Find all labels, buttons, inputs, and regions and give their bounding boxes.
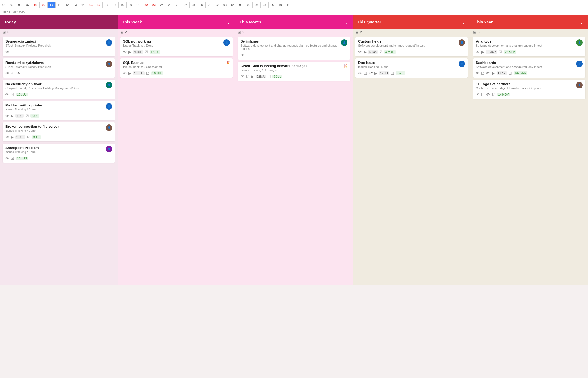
play-icon-3[interactable]: ▶ (128, 50, 131, 54)
today-count-icon: ▣ (3, 30, 6, 34)
card-sql-backup[interactable]: SQL Backup Issues Tracking / Unassigned … (120, 58, 233, 78)
quarter-count-row: ▣ 2 (353, 29, 470, 34)
eye-icon-4[interactable]: 👁 (5, 114, 9, 118)
card-cisco[interactable]: Cisco 1460 is lossing network packages I… (238, 62, 350, 81)
column-today-menu[interactable]: ⋮ (108, 19, 113, 25)
card-segregacja[interactable]: Segregacja zmieci STech Strategy Project… (3, 37, 115, 56)
timeline-tick-26: 26 (174, 2, 182, 8)
column-quarter: This Quarter ⋮ ▣ 2 Custom fields Softwar… (353, 15, 470, 285)
dashboards-date1: 16 AP (497, 71, 507, 75)
timeline-tick-07: 07 (24, 2, 32, 8)
card-sql-not-working[interactable]: SQL not working Issues Tracking / Done 👤… (120, 37, 233, 56)
timeline-tick-02: 02 (213, 2, 221, 8)
card-doc-issue[interactable]: Doc Issue Issues Tracking / Done 👤 👁 ☑ 2… (355, 58, 468, 78)
eye-icon-7[interactable]: 👁 (123, 50, 127, 54)
check-icon-16[interactable]: ☑ (481, 92, 485, 97)
card-dashboards[interactable]: Dashboards Software development and chan… (473, 58, 585, 78)
card-sharepoint-avatar: 👤 (106, 146, 112, 152)
eye-icon-10[interactable]: 👁 (241, 74, 244, 79)
week-count-row: ▣ 2 (118, 29, 235, 34)
card-sql-subtitle: Issues Tracking / Done (123, 44, 153, 47)
eye-icon-8[interactable]: 👁 (123, 71, 127, 75)
timeline-tick-17: 17 (102, 2, 110, 8)
card-printer-subtitle: Issues Tracking / Done (5, 108, 42, 111)
check-icon-15[interactable]: ☑ (508, 71, 512, 75)
timeline-tick-05: 05 (8, 2, 16, 8)
check-icon-6[interactable]: ☑ (145, 50, 148, 54)
check-icon-13[interactable]: ☑ (499, 50, 502, 54)
customfields-date1: 6 Jan (368, 50, 378, 54)
check-icon-2[interactable]: ☑ (11, 92, 14, 97)
play-icon-4[interactable]: ▶ (128, 71, 131, 75)
check-icon-10[interactable]: ☑ (379, 50, 383, 54)
card-swimlanes-actions: 👁 (241, 53, 347, 57)
check-icon-3[interactable]: ☑ (25, 114, 29, 118)
play-icon-5[interactable]: ▶ (251, 74, 254, 79)
column-week-menu[interactable]: ⋮ (226, 19, 231, 25)
play-icon-9[interactable]: ▶ (492, 71, 495, 75)
column-quarter-menu[interactable]: ⋮ (461, 19, 466, 25)
card-sharepoint[interactable]: Sharepoint Problem Issues Tracking / Don… (3, 144, 115, 163)
card-fileserver[interactable]: Broken connection to file server Issues … (3, 122, 115, 141)
column-week-header: This Week ⋮ (118, 15, 235, 29)
printer-date1: 4 JU (15, 114, 24, 118)
card-runda-subtitle: STech Strategy Project / Produkcja (5, 65, 51, 68)
timeline-tick-08: 08 (260, 2, 268, 8)
eye-icon-12[interactable]: 👁 (358, 71, 362, 75)
play-icon-8[interactable]: ▶ (481, 50, 484, 54)
card-swimlanes[interactable]: Swimlanes Software development and chang… (238, 37, 350, 60)
date-label: FEBRUARY 2020 (0, 10, 588, 15)
eye-icon-5[interactable]: 👁 (5, 135, 9, 139)
card-electricity[interactable]: No electricity on floor Canyon Road 4, R… (3, 80, 115, 99)
card-runda[interactable]: Runda miedzydzialowa STech Strategy Proj… (3, 58, 115, 78)
card-analitics[interactable]: Analitycs Software development and chang… (473, 37, 585, 56)
timeline-tick-25: 25 (166, 2, 173, 8)
play-icon-7[interactable]: ▶ (374, 71, 377, 75)
card-docissue-subtitle: Issues Tracking / Done (358, 65, 388, 68)
play-icon-6[interactable]: ▶ (364, 50, 367, 54)
quarter-body: Custom fields Software development and c… (353, 34, 470, 285)
analitics-date1: 5 MAR (486, 50, 497, 54)
eye-icon-15[interactable]: 👁 (476, 92, 480, 97)
check-icon[interactable]: ✓ (11, 71, 14, 75)
timeline-tick-24: 24 (158, 2, 166, 8)
column-year-menu[interactable]: ⋮ (579, 19, 584, 25)
column-year-title: This Year (475, 20, 493, 24)
check-icon-11[interactable]: ☑ (364, 71, 367, 75)
card-dashboards-title: Dashboards (476, 61, 542, 65)
card-runda-title: Runda miedzydzialowa (5, 61, 51, 65)
eye-icon-11[interactable]: 👁 (358, 50, 362, 54)
check-icon-4[interactable]: ☑ (27, 135, 30, 139)
column-today: Today ⋮ ▣ 6 Segregacja zmieci STech Stra… (0, 15, 118, 285)
card-cisco-actions: 👁 ☑ ▶ 22MA ☑ 9 JUL (241, 74, 347, 79)
timeline-tick-28: 28 (189, 2, 197, 8)
column-today-title: Today (4, 20, 16, 24)
eye-icon-14[interactable]: 👁 (476, 71, 480, 75)
column-month-menu[interactable]: ⋮ (344, 19, 348, 25)
today-count: 6 (7, 30, 9, 34)
eye-icon-2[interactable]: 👁 (5, 71, 9, 75)
play-icon-2[interactable]: ▶ (11, 135, 14, 139)
eye-icon-6[interactable]: 👁 (5, 156, 9, 161)
timeline-tick-06: 06 (245, 2, 252, 8)
eye-icon-9[interactable]: 👁 (241, 53, 244, 57)
check-icon-7[interactable]: ☑ (146, 71, 150, 75)
eye-icon-3[interactable]: 👁 (5, 92, 9, 97)
check-icon-17[interactable]: ☑ (492, 92, 495, 97)
fileserver-date1: 9 JUL (15, 135, 25, 139)
play-icon[interactable]: ▶ (11, 114, 14, 118)
card-logos[interactable]: 11 Logos of partners Conference about di… (473, 80, 585, 99)
eye-icon[interactable]: 👁 (5, 50, 9, 54)
eye-icon-13[interactable]: 👁 (476, 50, 480, 54)
month-count-row: ▣ 2 (235, 29, 353, 34)
card-custom-fields[interactable]: Custom fields Software development and c… (355, 37, 468, 56)
check-icon-8[interactable]: ☑ (246, 74, 249, 79)
card-printer[interactable]: Problem with a printer Issues Tracking /… (3, 101, 115, 120)
check-icon-14[interactable]: ☑ (481, 71, 485, 75)
check-icon-12[interactable]: ☑ (391, 71, 394, 75)
sql-date1: 9 JUL (133, 50, 143, 54)
timeline-tick-20: 20 (126, 2, 134, 8)
check-icon-9[interactable]: ☑ (267, 74, 271, 79)
card-customfields-title: Custom fields (358, 39, 425, 43)
check-icon-5[interactable]: ☑ (11, 156, 14, 161)
